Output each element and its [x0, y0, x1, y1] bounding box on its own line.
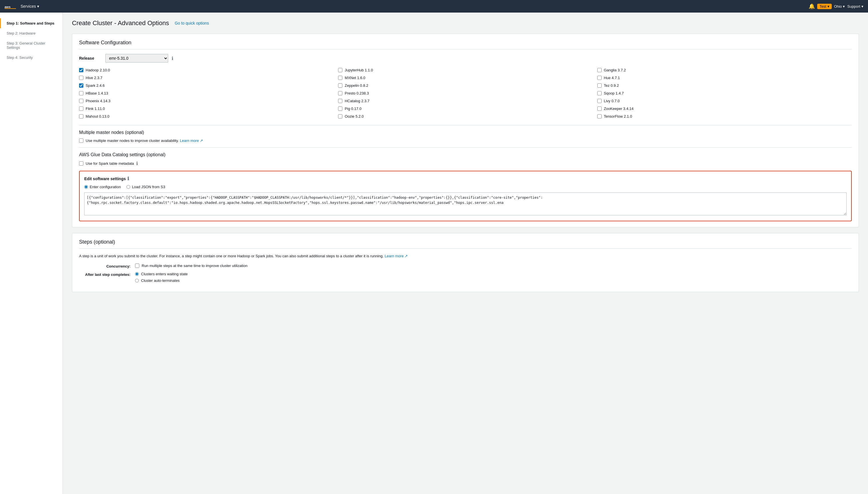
hive-checkbox[interactable] [79, 76, 83, 80]
aws-logo: aws [4, 3, 16, 10]
app-ganglia: Ganglia 3.7.2 [597, 67, 852, 73]
jupyterhub-checkbox[interactable] [338, 68, 342, 72]
oozie-label: Oozie 5.2.0 [345, 114, 364, 118]
hcatalog-checkbox[interactable] [338, 99, 342, 103]
edit-settings-label: Edit software settings [84, 176, 126, 181]
pig-label: Pig 0.17.0 [345, 107, 362, 111]
sidebar-item-step4[interactable]: Step 4: Security [0, 53, 62, 62]
edit-settings-title: Edit software settings ℹ [84, 176, 847, 181]
support-menu[interactable]: Support ▾ [847, 4, 864, 8]
edit-settings-info-icon[interactable]: ℹ [127, 176, 129, 181]
hue-checkbox[interactable] [597, 76, 602, 80]
test-label: Test [819, 4, 826, 8]
region-chevron-icon: ▾ [843, 4, 845, 8]
app-tez: Tez 0.9.2 [597, 82, 852, 89]
hadoop-checkbox[interactable] [79, 68, 83, 72]
master-nodes-learn-more-link[interactable]: Learn more ↗ [180, 138, 203, 143]
master-nodes-checkbox[interactable] [79, 138, 83, 143]
load-json-option[interactable]: Load JSON from S3 [127, 185, 165, 189]
svg-text:aws: aws [4, 5, 11, 8]
auto-terminate-option[interactable]: Cluster auto-terminates [135, 279, 188, 283]
app-flink: Flink 1.11.0 [79, 106, 333, 112]
auto-terminate-label: Cluster auto-terminates [141, 279, 179, 283]
glue-catalog-row: Use for Spark table metadata ℹ [79, 161, 852, 166]
notification-bell-icon[interactable]: 🔔 [809, 3, 815, 10]
waiting-state-option[interactable]: Clusters enters waiting state [135, 272, 188, 276]
concurrency-option[interactable]: Run multiple steps at the same time to i… [135, 264, 248, 268]
app-phoenix: Phoenix 4.14.3 [79, 98, 333, 104]
release-label: Release [79, 56, 102, 60]
waiting-state-label: Clusters enters waiting state [141, 272, 188, 276]
sidebar-item-step1[interactable]: Step 1: Software and Steps [0, 18, 62, 28]
oozie-checkbox[interactable] [338, 114, 342, 118]
services-chevron-icon: ▾ [37, 4, 39, 8]
presto-label: Presto 0.238.3 [345, 91, 369, 95]
load-json-label: Load JSON from S3 [132, 185, 165, 189]
app-spark: Spark 2.4.6 [79, 82, 333, 89]
livy-checkbox[interactable] [597, 99, 602, 103]
software-config-title: Software Configuration [79, 40, 852, 50]
phoenix-checkbox[interactable] [79, 99, 83, 103]
hbase-checkbox[interactable] [79, 91, 83, 95]
steps-section: Steps (optional) A step is a unit of wor… [72, 233, 859, 292]
flink-checkbox[interactable] [79, 107, 83, 111]
tensorflow-checkbox[interactable] [597, 114, 602, 118]
tez-checkbox[interactable] [597, 83, 602, 88]
test-badge[interactable]: Test ▾ [817, 4, 832, 9]
quick-options-link[interactable]: Go to quick options [175, 21, 209, 25]
enter-config-option[interactable]: Enter configuration [84, 185, 121, 189]
glue-catalog-checkbox[interactable] [79, 162, 83, 166]
release-select[interactable]: emr-5.31.0 [105, 54, 168, 62]
zookeeper-checkbox[interactable] [597, 107, 602, 111]
zookeeper-label: ZooKeeper 3.4.14 [604, 107, 634, 111]
app-livy: Livy 0.7.0 [597, 98, 852, 104]
mxnet-label: MXNet 1.6.0 [345, 76, 365, 80]
external-link-icon: ↗ [200, 138, 203, 143]
waiting-state-radio[interactable] [135, 272, 139, 276]
app-pig: Pig 0.17.0 [338, 106, 593, 112]
region-selector[interactable]: Ohio ▾ [834, 4, 845, 8]
release-info-icon[interactable]: ℹ [172, 56, 173, 61]
app-hive: Hive 2.3.7 [79, 75, 333, 81]
presto-checkbox[interactable] [338, 91, 342, 95]
software-grid: Hadoop 2.10.0 JupyterHub 1.1.0 Ganglia 3… [79, 67, 852, 119]
phoenix-label: Phoenix 4.14.3 [86, 99, 111, 103]
hcatalog-label: HCatalog 2.3.7 [345, 99, 369, 103]
spark-checkbox[interactable] [79, 83, 83, 88]
config-textarea[interactable]: [{"configurations":[{"classification":"e… [84, 192, 847, 215]
edit-settings-radio-row: Enter configuration Load JSON from S3 [84, 185, 847, 189]
steps-desc-text: A step is a unit of work you submit to t… [79, 254, 384, 258]
main-content: Create Cluster - Advanced Options Go to … [63, 13, 868, 494]
ganglia-checkbox[interactable] [597, 68, 602, 72]
app-mxnet: MXNet 1.6.0 [338, 75, 593, 81]
livy-label: Livy 0.7.0 [604, 99, 620, 103]
zeppelin-checkbox[interactable] [338, 83, 342, 88]
auto-terminate-radio[interactable] [135, 279, 139, 282]
hadoop-label: Hadoop 2.10.0 [86, 68, 110, 72]
software-config-section: Software Configuration Release emr-5.31.… [72, 34, 859, 227]
spark-label: Spark 2.4.6 [86, 83, 105, 88]
load-json-radio[interactable] [127, 185, 130, 189]
steps-learn-more-link[interactable]: Learn more ↗ [385, 254, 408, 258]
mxnet-checkbox[interactable] [338, 76, 342, 80]
sidebar-item-step2[interactable]: Step 2: Hardware [0, 28, 62, 38]
release-row: Release emr-5.31.0 ℹ [79, 54, 852, 62]
app-oozie: Oozie 5.2.0 [338, 113, 593, 119]
concurrency-checkbox[interactable] [135, 264, 139, 268]
page-title-row: Create Cluster - Advanced Options Go to … [72, 19, 859, 27]
sqoop-checkbox[interactable] [597, 91, 602, 95]
mahout-checkbox[interactable] [79, 114, 83, 118]
page-title: Create Cluster - Advanced Options [72, 19, 169, 27]
sqoop-label: Sqoop 1.4.7 [604, 91, 624, 95]
glue-info-icon[interactable]: ℹ [136, 161, 138, 166]
zeppelin-label: Zeppelin 0.8.2 [345, 83, 368, 88]
glue-catalog-title: AWS Glue Data Catalog settings (optional… [79, 152, 852, 157]
ganglia-label: Ganglia 3.7.2 [604, 68, 626, 72]
enter-config-radio[interactable] [84, 185, 88, 189]
pig-checkbox[interactable] [338, 107, 342, 111]
concurrency-label: Concurrency: [79, 264, 131, 268]
sidebar-item-step3[interactable]: Step 3: General Cluster Settings [0, 38, 62, 53]
services-button[interactable]: Services ▾ [21, 4, 39, 8]
services-label: Services [21, 4, 36, 8]
app-zeppelin: Zeppelin 0.8.2 [338, 82, 593, 89]
